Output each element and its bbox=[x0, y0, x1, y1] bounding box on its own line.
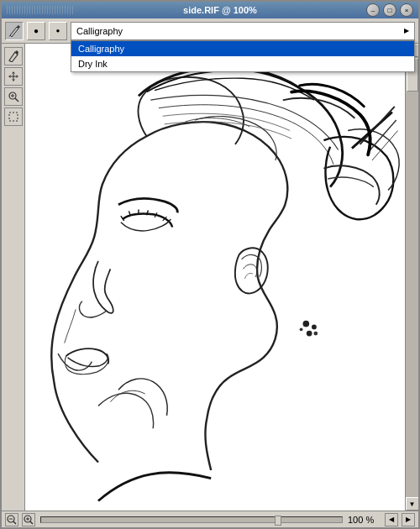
zoom-slider-thumb[interactable] bbox=[275, 516, 281, 526]
statusbar: 100 % ◀ ▶ bbox=[2, 511, 418, 527]
scroll-left-button[interactable]: ◀ bbox=[385, 513, 398, 526]
drawing-canvas bbox=[25, 44, 405, 511]
scroll-down-button[interactable]: ▼ bbox=[406, 497, 419, 511]
brush-dropdown-container: Calligraphy ▶ Calligraphy Dry Ink bbox=[71, 22, 415, 40]
svg-point-5 bbox=[307, 331, 312, 337]
tool-2[interactable] bbox=[4, 67, 23, 86]
brush-selected-label: Calligraphy bbox=[76, 26, 123, 36]
titlebar: side.RIF @ 100% – □ × bbox=[2, 2, 418, 18]
brush-option-dry-ink[interactable]: Dry Ink bbox=[71, 56, 414, 71]
move-icon bbox=[8, 71, 19, 82]
zoom-slider-track[interactable] bbox=[40, 516, 343, 523]
minimize-button[interactable]: – bbox=[366, 3, 380, 17]
window-title: side.RIF @ 100% bbox=[74, 5, 366, 15]
close-button[interactable]: × bbox=[400, 3, 413, 17]
zoom-in-button[interactable] bbox=[22, 513, 35, 526]
zoom-out-button[interactable] bbox=[5, 513, 18, 526]
svg-point-7 bbox=[300, 327, 303, 331]
tool-4[interactable] bbox=[4, 107, 23, 126]
right-scrollbar: ▲ ▼ bbox=[405, 44, 418, 511]
zoom-percent-label: 100 % bbox=[348, 515, 381, 525]
titlebar-grip bbox=[7, 6, 74, 14]
tool-3[interactable] bbox=[4, 87, 23, 106]
scroll-right-button[interactable]: ▶ bbox=[402, 513, 415, 526]
dot-tool-button[interactable]: ● bbox=[27, 22, 45, 40]
magnify-plus-icon bbox=[24, 515, 34, 525]
maximize-button[interactable]: □ bbox=[383, 3, 396, 17]
tool-1[interactable] bbox=[4, 47, 23, 65]
svg-point-3 bbox=[302, 321, 309, 327]
brush-dropdown-menu: Calligraphy Dry Ink bbox=[71, 40, 415, 72]
svg-point-6 bbox=[313, 332, 318, 336]
pencil-icon bbox=[8, 50, 19, 62]
dot-icon: ● bbox=[34, 26, 39, 35]
dropdown-arrow-icon: ▶ bbox=[404, 27, 409, 34]
small-dot-button[interactable]: ● bbox=[49, 22, 67, 40]
brush-option-calligraphy[interactable]: Calligraphy bbox=[71, 41, 414, 56]
titlebar-buttons: – □ × bbox=[366, 3, 413, 17]
select-icon bbox=[8, 111, 19, 123]
left-toolbar bbox=[2, 44, 25, 511]
main-area: ▲ ▼ bbox=[2, 44, 418, 511]
canvas-area[interactable] bbox=[25, 44, 405, 511]
scroll-track-vertical[interactable] bbox=[406, 57, 419, 497]
brush-dropdown[interactable]: Calligraphy ▶ bbox=[71, 22, 415, 40]
svg-rect-1 bbox=[9, 113, 18, 121]
main-window: side.RIF @ 100% – □ × ● ● Calligraphy ▶ bbox=[0, 0, 420, 529]
small-dot-icon: ● bbox=[56, 27, 60, 34]
magnify-icon bbox=[7, 515, 17, 525]
pen-icon bbox=[8, 25, 20, 37]
pen-tool-button[interactable] bbox=[5, 22, 24, 40]
zoom-icon bbox=[8, 91, 19, 102]
svg-point-4 bbox=[312, 325, 317, 330]
top-toolbar: ● ● Calligraphy ▶ Calligraphy Dry Ink bbox=[2, 18, 418, 44]
